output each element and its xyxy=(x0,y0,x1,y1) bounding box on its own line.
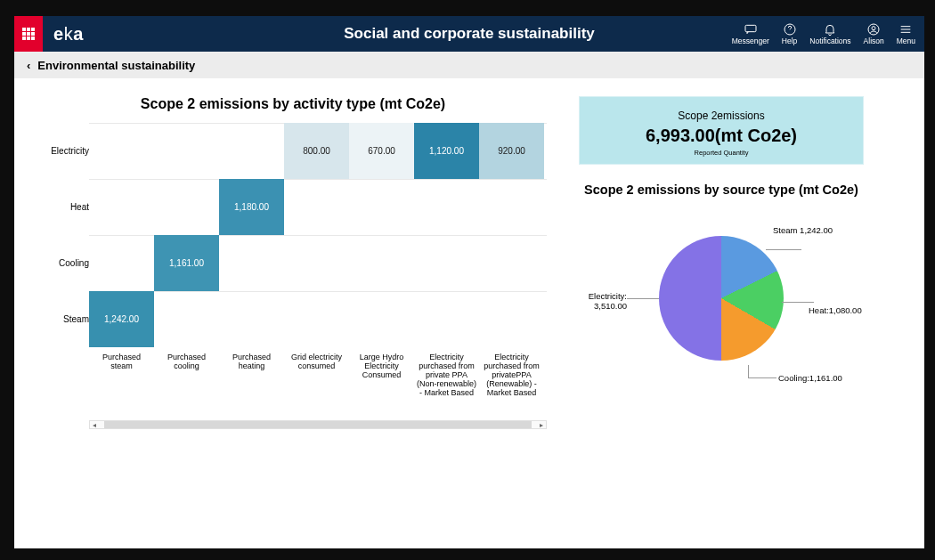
pie-label-electricity: Electricity: 3,510.00 xyxy=(581,291,627,311)
top-right-actions: Messenger Help Notifications Alison Menu xyxy=(732,22,924,45)
pie-title: Scope 2 emissions by source type (mt Co2… xyxy=(579,183,864,197)
x-label: Electricity purchased from privatePPA (R… xyxy=(479,353,544,397)
back-chevron-icon[interactable]: ‹ xyxy=(27,59,30,72)
scroll-left-icon[interactable]: ◂ xyxy=(90,421,99,429)
heatmap-cell[interactable]: 1,120.00 xyxy=(414,123,479,179)
kpi-title: Scope 2emissions xyxy=(587,110,856,122)
x-label: Purchased cooling xyxy=(154,353,219,397)
y-label: Cooling xyxy=(59,258,89,268)
svg-rect-0 xyxy=(745,25,756,31)
breadcrumb: ‹ Environmental sustainability xyxy=(14,52,924,78)
kpi-subtitle: Reported Quantity xyxy=(587,149,856,157)
pie-chart: Steam 1,242.00 Heat:1,080.00 Cooling:1,1… xyxy=(579,209,864,531)
x-label: Large Hydro Electricity Consumed xyxy=(349,353,414,397)
page-title: Social and corporate sustainability xyxy=(344,25,595,43)
messenger-label: Messenger xyxy=(732,37,769,45)
main-content: Scope 2 emissions by activity type (mt C… xyxy=(14,78,924,548)
leader-line xyxy=(748,365,749,377)
user-icon xyxy=(866,22,881,37)
heatmap-cell[interactable]: 1,242.00 xyxy=(89,291,154,347)
pie-label-cooling: Cooling:1,161.00 xyxy=(778,373,842,383)
apps-grid-icon xyxy=(22,28,35,40)
pie-label-steam: Steam 1,242.00 xyxy=(773,225,833,235)
leader-line xyxy=(748,377,776,378)
x-label: Grid electricity consumed xyxy=(284,353,349,397)
scroll-thumb[interactable] xyxy=(104,421,532,428)
leader-line xyxy=(627,298,659,299)
notifications-button[interactable]: Notifications xyxy=(809,22,850,45)
svg-point-3 xyxy=(872,27,875,30)
heatmap-cell[interactable]: 1,180.00 xyxy=(219,179,284,235)
scroll-right-icon[interactable]: ▸ xyxy=(537,421,546,429)
help-button[interactable]: Help xyxy=(782,22,797,45)
pie-label-heat: Heat:1,080.00 xyxy=(809,305,862,315)
right-panel: Scope 2emissions 6,993.00(mt Co2e) Repor… xyxy=(579,96,864,531)
bell-icon xyxy=(823,22,837,37)
x-label: Purchased steam xyxy=(89,353,154,397)
heatmap-title: Scope 2 emissions by activity type (mt C… xyxy=(39,96,547,112)
app-window: eka Social and corporate sustainability … xyxy=(14,16,924,548)
heatmap-cell[interactable]: 670.00 xyxy=(349,123,414,179)
user-label: Alison xyxy=(864,37,884,45)
heatmap-grid: 800.00 670.00 1,120.00 920.00 1,180.00 1… xyxy=(89,123,547,347)
heatmap-cell[interactable]: 1,161.00 xyxy=(154,235,219,291)
menu-button[interactable]: Menu xyxy=(897,22,915,45)
leader-line xyxy=(766,249,801,250)
breadcrumb-text[interactable]: Environmental sustainability xyxy=(37,59,195,72)
x-label: Purchased heating xyxy=(219,353,284,397)
logo: eka xyxy=(53,24,84,45)
y-label: Heat xyxy=(70,202,89,212)
help-label: Help xyxy=(782,37,797,45)
leader-line xyxy=(782,302,814,303)
horizontal-scrollbar[interactable]: ◂ ▸ xyxy=(89,420,547,429)
kpi-value: 6,993.00(mt Co2e) xyxy=(587,126,856,146)
chat-icon xyxy=(744,22,758,37)
heatmap-x-axis: Purchased steam Purchased cooling Purcha… xyxy=(89,353,547,397)
help-icon xyxy=(783,22,797,37)
x-label: Electricity purchased from private PPA (… xyxy=(414,353,479,397)
kpi-card: Scope 2emissions 6,993.00(mt Co2e) Repor… xyxy=(579,96,864,165)
messenger-button[interactable]: Messenger xyxy=(732,22,769,45)
y-label: Electricity xyxy=(51,146,89,156)
user-menu-button[interactable]: Alison xyxy=(864,22,884,45)
heatmap-chart: Electricity Heat Cooling Steam 800.00 67… xyxy=(39,123,547,434)
menu-label: Menu xyxy=(897,37,915,45)
heatmap-panel: Scope 2 emissions by activity type (mt C… xyxy=(39,96,547,531)
hamburger-icon xyxy=(898,22,913,37)
app-launcher-button[interactable] xyxy=(14,16,43,52)
heatmap-cell[interactable]: 920.00 xyxy=(479,123,544,179)
heatmap-cell[interactable]: 800.00 xyxy=(284,123,349,179)
y-label: Steam xyxy=(63,314,89,324)
top-bar: eka Social and corporate sustainability … xyxy=(14,16,924,52)
notifications-label: Notifications xyxy=(809,37,850,45)
pie-graphic[interactable] xyxy=(659,236,784,361)
